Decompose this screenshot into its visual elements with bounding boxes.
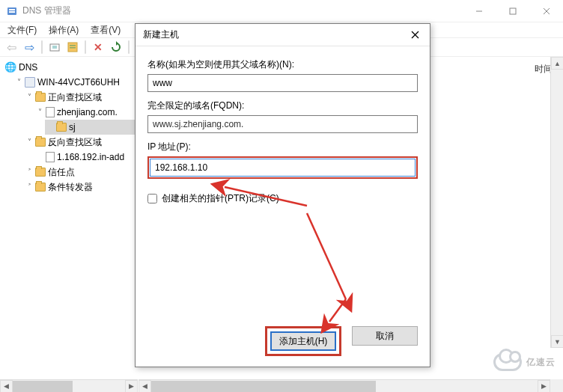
watermark-text: 亿速云	[526, 356, 556, 369]
maximize-button[interactable]	[496, 0, 529, 22]
scroll-up-button[interactable]: ▲	[551, 57, 563, 70]
svg-line-6	[544, 8, 550, 14]
cancel-button[interactable]: 取消	[352, 326, 418, 346]
back-button[interactable]: ⇦	[3, 39, 19, 55]
scroll-left-button[interactable]: ◀	[139, 380, 151, 393]
add-host-highlight-frame: 添加主机(H)	[265, 326, 341, 356]
collapse-icon[interactable]: ˅	[25, 91, 33, 104]
cloud-icon	[493, 353, 522, 371]
svg-line-5	[544, 8, 550, 14]
dialog-title: 新建主机	[143, 28, 400, 41]
menu-file[interactable]: 文件(F)	[3, 22, 41, 38]
toolbar-separator	[128, 40, 130, 54]
dialog-titlebar[interactable]: 新建主机	[136, 24, 430, 46]
scroll-down-button[interactable]: ▼	[551, 335, 563, 348]
ptr-label: 创建相关的指针(PTR)记录(C)	[162, 192, 279, 205]
properties-button[interactable]	[64, 39, 81, 55]
watermark: 亿速云	[493, 353, 556, 371]
ip-label: IP 地址(P):	[147, 141, 418, 153]
folder-icon	[35, 93, 46, 102]
fqdn-label: 完全限定的域名(FQDN):	[147, 99, 418, 112]
tree-reverse-zone-item[interactable]: 1.168.192.in-add	[34, 150, 137, 165]
collapse-icon[interactable]: ˅	[36, 105, 43, 119]
tree-forward-zones[interactable]: ˅正向查找区域	[24, 90, 137, 105]
folder-icon	[35, 168, 46, 177]
scroll-right-button[interactable]: ▶	[125, 380, 138, 393]
vertical-scrollbar[interactable]: ▲ ▼	[550, 57, 563, 348]
app-icon	[6, 5, 18, 17]
menu-action[interactable]: 操作(A)	[44, 22, 83, 38]
name-input[interactable]	[147, 74, 418, 92]
tree-root-dns[interactable]: 🌐DNS	[3, 60, 137, 75]
close-button[interactable]	[529, 0, 563, 22]
svg-rect-12	[70, 47, 76, 49]
tree-zone-zhenjiang[interactable]: ˅zhenjiang.com.	[34, 105, 137, 120]
toolbar-separator	[41, 40, 43, 54]
forward-button[interactable]: ⇨	[21, 39, 37, 55]
refresh-button[interactable]	[108, 39, 124, 55]
svg-rect-2	[9, 11, 15, 13]
tree-pane: 🌐DNS ˅WIN-44VCJT66UHH ˅正向查找区域 ˅zhenjiang…	[0, 57, 138, 361]
toolbar-separator	[85, 40, 86, 54]
ip-input[interactable]	[150, 159, 416, 177]
tree-conditional-forwarders[interactable]: ˃条件转发器	[24, 180, 137, 195]
server-icon	[25, 77, 35, 88]
ip-highlight-frame	[147, 156, 418, 179]
minimize-button[interactable]	[462, 0, 496, 22]
tree-trust-points[interactable]: ˃信任点	[24, 165, 137, 180]
scroll-right-button[interactable]: ▶	[538, 380, 550, 393]
zone-icon	[46, 152, 55, 162]
new-container-button[interactable]	[46, 39, 63, 55]
dns-icon: 🌐	[4, 61, 16, 74]
tree-horizontal-scrollbar[interactable]: ◀ ▶	[0, 379, 138, 392]
folder-icon	[56, 123, 67, 132]
fqdn-input	[147, 115, 418, 133]
svg-rect-4	[510, 8, 516, 14]
folder-icon	[35, 138, 46, 147]
ptr-checkbox[interactable]	[147, 194, 157, 203]
new-host-dialog: 新建主机 名称(如果为空则使用其父域名称)(N): 完全限定的域名(FQDN):…	[135, 23, 430, 367]
main-titlebar: DNS 管理器	[0, 0, 563, 22]
svg-marker-13	[116, 41, 118, 46]
content-horizontal-scrollbar[interactable]: ◀ ▶	[139, 379, 550, 392]
svg-rect-1	[9, 9, 15, 10]
scroll-corner	[550, 379, 563, 392]
dialog-close-button[interactable]	[400, 24, 430, 46]
scroll-left-button[interactable]: ◀	[0, 380, 13, 393]
folder-icon	[35, 183, 46, 192]
tree-reverse-zones[interactable]: ˅反向查找区域	[24, 135, 137, 150]
zone-icon	[46, 107, 55, 117]
menu-view[interactable]: 查看(V)	[86, 22, 125, 38]
collapse-icon[interactable]: ˅	[25, 135, 33, 149]
svg-rect-11	[70, 45, 76, 46]
name-label: 名称(如果为空则使用其父域名称)(N):	[147, 58, 418, 71]
add-host-button[interactable]: 添加主机(H)	[270, 331, 336, 351]
tree-server[interactable]: ˅WIN-44VCJT66UHH	[13, 75, 137, 90]
window-title: DNS 管理器	[22, 4, 462, 17]
collapse-icon[interactable]: ˅	[15, 76, 22, 89]
expand-icon[interactable]: ˃	[25, 180, 33, 194]
tree-zone-sj[interactable]: sj	[45, 120, 137, 135]
expand-icon[interactable]: ˃	[25, 165, 33, 179]
delete-button[interactable]: ✕	[90, 39, 106, 55]
